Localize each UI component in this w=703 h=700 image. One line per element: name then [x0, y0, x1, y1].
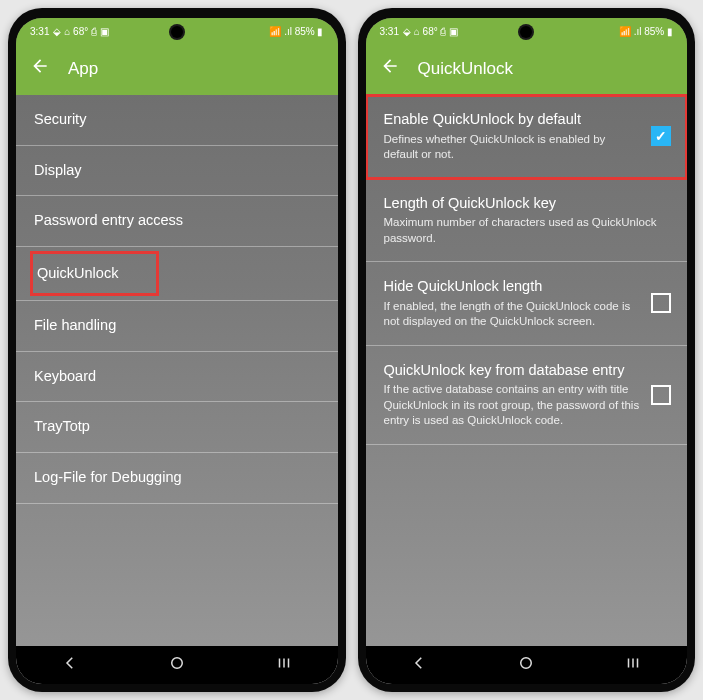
- nav-home-icon[interactable]: [517, 654, 535, 676]
- row-sub: If enabled, the length of the QuickUnloc…: [384, 299, 642, 330]
- screen-left: 3:31 ⬙ ⌂ 68° ⎙ ▣ 📶 .ıl 85% ▮ App Securit…: [16, 18, 338, 684]
- checkbox[interactable]: [651, 293, 671, 313]
- app-bar: App: [16, 44, 338, 95]
- list-item-password-entry[interactable]: Password entry access: [16, 196, 338, 247]
- row-label: Keyboard: [34, 367, 322, 387]
- list-item-file-handling[interactable]: File handling: [16, 301, 338, 352]
- status-indicators: ⬙ ⌂ 68° ⎙ ▣: [403, 26, 458, 37]
- settings-list: Security Display Password entry access Q…: [16, 95, 338, 646]
- nav-home-icon[interactable]: [168, 654, 186, 676]
- app-bar: QuickUnlock: [366, 44, 688, 95]
- back-icon[interactable]: [30, 56, 50, 81]
- nav-recents-icon[interactable]: [624, 654, 642, 676]
- checkbox[interactable]: [651, 385, 671, 405]
- phone-left: 3:31 ⬙ ⌂ 68° ⎙ ▣ 📶 .ıl 85% ▮ App Securit…: [8, 8, 346, 692]
- list-item-quickunlock[interactable]: QuickUnlock: [16, 247, 338, 302]
- row-label: Length of QuickUnlock key: [384, 194, 672, 214]
- status-bar: 3:31 ⬙ ⌂ 68° ⎙ ▣ 📶 .ıl 85% ▮: [366, 18, 688, 44]
- row-label: Enable QuickUnlock by default: [384, 110, 642, 130]
- row-label: Password entry access: [34, 211, 322, 231]
- nav-bar: [16, 646, 338, 684]
- checkbox[interactable]: [651, 126, 671, 146]
- page-title: App: [68, 59, 98, 79]
- highlight-box: QuickUnlock: [30, 251, 159, 297]
- svg-point-4: [521, 658, 532, 669]
- status-time: 3:31: [380, 26, 399, 37]
- row-label: QuickUnlock key from database entry: [384, 361, 642, 381]
- status-indicators: ⬙ ⌂ 68° ⎙ ▣: [53, 26, 108, 37]
- row-sub: If the active database contains an entry…: [384, 382, 642, 429]
- page-title: QuickUnlock: [418, 59, 513, 79]
- svg-point-0: [171, 658, 182, 669]
- row-key-from-db[interactable]: QuickUnlock key from database entry If t…: [366, 346, 688, 445]
- settings-list: Enable QuickUnlock by default Defines wh…: [366, 95, 688, 646]
- row-sub: Defines whether QuickUnlock is enabled b…: [384, 132, 642, 163]
- row-enable-quickunlock[interactable]: Enable QuickUnlock by default Defines wh…: [366, 95, 688, 179]
- nav-back-icon[interactable]: [61, 654, 79, 676]
- row-label: QuickUnlock: [37, 264, 118, 284]
- list-item-display[interactable]: Display: [16, 146, 338, 197]
- row-label: Display: [34, 161, 322, 181]
- back-icon[interactable]: [380, 56, 400, 81]
- screen-right: 3:31 ⬙ ⌂ 68° ⎙ ▣ 📶 .ıl 85% ▮ QuickUnlock…: [366, 18, 688, 684]
- row-label: Hide QuickUnlock length: [384, 277, 642, 297]
- list-item-traytotp[interactable]: TrayTotp: [16, 402, 338, 453]
- nav-back-icon[interactable]: [410, 654, 428, 676]
- phone-right: 3:31 ⬙ ⌂ 68° ⎙ ▣ 📶 .ıl 85% ▮ QuickUnlock…: [358, 8, 696, 692]
- list-item-security[interactable]: Security: [16, 95, 338, 146]
- row-label: Log-File for Debugging: [34, 468, 322, 488]
- status-right: 📶 .ıl 85% ▮: [269, 26, 323, 37]
- row-label: TrayTotp: [34, 417, 322, 437]
- row-label: File handling: [34, 316, 322, 336]
- status-bar: 3:31 ⬙ ⌂ 68° ⎙ ▣ 📶 .ıl 85% ▮: [16, 18, 338, 44]
- status-right: 📶 .ıl 85% ▮: [619, 26, 673, 37]
- nav-bar: [366, 646, 688, 684]
- list-item-logfile[interactable]: Log-File for Debugging: [16, 453, 338, 504]
- row-length-key[interactable]: Length of QuickUnlock key Maximum number…: [366, 179, 688, 263]
- list-item-keyboard[interactable]: Keyboard: [16, 352, 338, 403]
- status-time: 3:31: [30, 26, 49, 37]
- nav-recents-icon[interactable]: [275, 654, 293, 676]
- row-sub: Maximum number of characters used as Qui…: [384, 215, 672, 246]
- row-label: Security: [34, 110, 322, 130]
- row-hide-length[interactable]: Hide QuickUnlock length If enabled, the …: [366, 262, 688, 346]
